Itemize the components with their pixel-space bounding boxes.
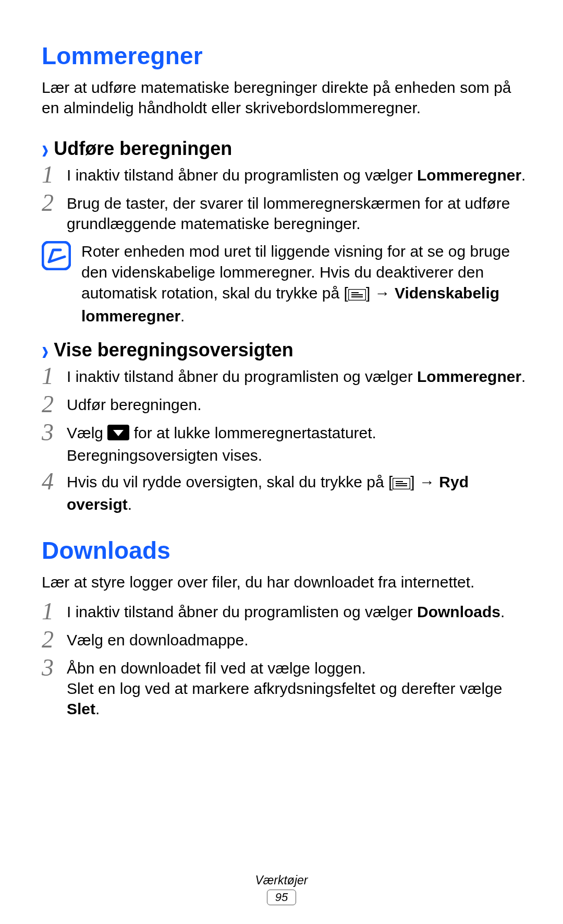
step-text: Åbn en downloadet fil ved at vælge logge… (67, 658, 527, 719)
intro-text: Lær at udføre matematiske beregninger di… (42, 77, 527, 118)
text-fragment: Hvis du vil rydde oversigten, skal du tr… (67, 473, 393, 490)
step-item: I inaktiv tilstand åbner du programliste… (42, 165, 527, 187)
text-fragment: . (500, 603, 505, 620)
step-item: Vælg en downloadmappe. (42, 630, 527, 652)
note-block: Roter enheden mod uret til liggende visn… (42, 241, 527, 327)
subhead-label: Vise beregningsoversigten (54, 339, 293, 361)
text-fragment: Slet en log ved at markere afkrydsningsf… (67, 680, 502, 697)
step-item: Brug de taster, der svarer til lommeregn… (42, 193, 527, 234)
subhead-label: Udføre beregningen (54, 138, 232, 160)
step-item: Åbn en downloadet fil ved at vælge logge… (42, 658, 527, 719)
bold-action: Slet (67, 700, 95, 717)
step-item: Hvis du vil rydde oversigten, skal du tr… (42, 472, 527, 514)
section-title-downloads: Downloads (42, 536, 527, 565)
bold-app-name: Lommeregner (417, 166, 521, 184)
text-fragment: . (180, 307, 185, 325)
intro-text: Lær at styre logger over filer, du har d… (42, 572, 527, 592)
step-item: I inaktiv tilstand åbner du programliste… (42, 366, 527, 388)
text-fragment: I inaktiv tilstand åbner du programliste… (67, 166, 417, 184)
chevron-right-icon: › (42, 135, 48, 163)
section-title-lommeregner: Lommeregner (42, 42, 527, 70)
text-fragment: . (521, 368, 525, 385)
text-fragment: I inaktiv tilstand åbner du programliste… (67, 368, 417, 385)
steps-list: I inaktiv tilstand åbner du programliste… (42, 602, 527, 719)
step-text: Hvis du vil rydde oversigten, skal du tr… (67, 472, 527, 514)
text-fragment: Vælg (67, 424, 107, 441)
step-item: I inaktiv tilstand åbner du programliste… (42, 602, 527, 623)
subhead-udfore: › Udføre beregningen (42, 138, 527, 160)
text-fragment: . (128, 496, 132, 513)
chevron-right-icon: › (42, 336, 48, 364)
note-text: Roter enheden mod uret til liggende visn… (81, 241, 527, 327)
subhead-vise: › Vise beregningsoversigten (42, 339, 527, 361)
text-fragment: ] → (366, 284, 395, 302)
bold-app-name: Lommeregner (417, 368, 521, 385)
text-fragment: ] → (410, 473, 439, 490)
step-text: Brug de taster, der svarer til lommeregn… (67, 193, 527, 234)
text-fragment: Åbn en downloadet fil ved at vælge logge… (67, 659, 366, 677)
manual-page: Lommeregner Lær at udføre matematiske be… (0, 0, 563, 924)
chapter-label: Værktøjer (0, 873, 563, 887)
step-item: Udfør beregningen. (42, 394, 527, 416)
text-fragment: I inaktiv tilstand åbner du programliste… (67, 603, 417, 620)
step-text: I inaktiv tilstand åbner du programliste… (67, 366, 525, 387)
step-item: Vælg for at lukke lommeregnertastaturet.… (42, 423, 527, 465)
page-footer: Værktøjer 95 (0, 873, 563, 905)
step-text: Vælg for at lukke lommeregnertastaturet.… (67, 423, 527, 465)
collapse-down-icon (107, 425, 129, 445)
menu-key-icon (393, 474, 410, 494)
note-icon (42, 241, 71, 270)
text-fragment: . (521, 166, 525, 184)
bold-app-name: Downloads (417, 603, 500, 620)
menu-key-icon (348, 285, 366, 306)
step-text: Udfør beregningen. (67, 394, 202, 415)
steps-list: I inaktiv tilstand åbner du programliste… (42, 366, 527, 514)
step-text: Vælg en downloadmappe. (67, 630, 249, 650)
svg-rect-0 (43, 242, 70, 269)
text-fragment: . (95, 700, 100, 717)
steps-list: I inaktiv tilstand åbner du programliste… (42, 165, 527, 234)
step-text: I inaktiv tilstand åbner du programliste… (67, 602, 505, 622)
page-number: 95 (267, 890, 296, 905)
step-text: I inaktiv tilstand åbner du programliste… (67, 165, 525, 185)
